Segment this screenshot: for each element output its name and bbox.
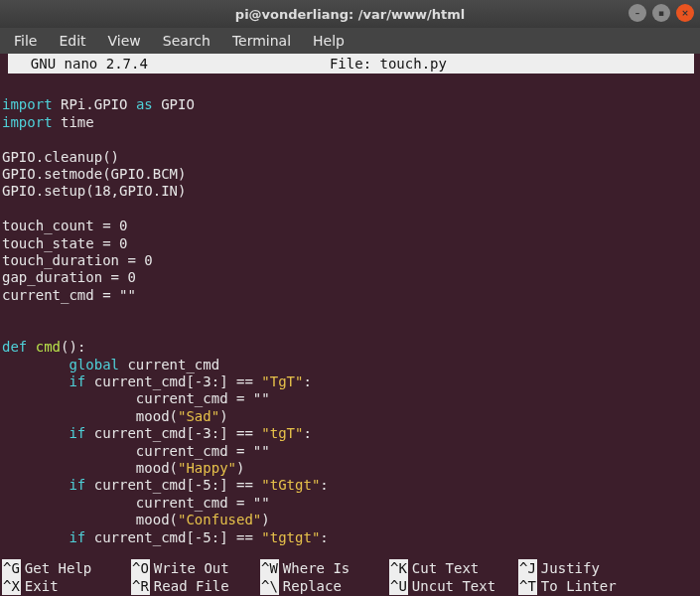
shortcut-item: ^U Uncut Text — [389, 577, 518, 595]
shortcut-item: ^T To Linter — [518, 577, 647, 595]
close-button[interactable]: × — [676, 4, 694, 22]
shortcut-item: ^O Write Out — [131, 559, 260, 577]
code-editor[interactable]: import RPi.GPIO as GPIO import time GPIO… — [0, 74, 700, 558]
menu-search[interactable]: Search — [153, 30, 220, 52]
shortcut-key: ^W — [260, 559, 279, 577]
shortcut-row-1: ^G Get Help^O Write Out^W Where Is^K Cut… — [2, 559, 698, 577]
shortcut-label: Get Help — [25, 559, 91, 577]
shortcut-label: Justify — [541, 559, 600, 577]
shortcut-label: Write Out — [154, 559, 229, 577]
nano-shortcuts: ^G Get Help^O Write Out^W Where Is^K Cut… — [0, 558, 700, 596]
shortcut-label: To Linter — [541, 577, 617, 595]
shortcut-key: ^J — [518, 559, 537, 577]
menubar: File Edit View Search Terminal Help — [0, 28, 700, 54]
shortcut-label: Read File — [154, 577, 229, 595]
window-titlebar: pi@vonderliang: /var/www/html – ▪ × — [0, 0, 700, 28]
window-controls: – ▪ × — [629, 4, 694, 22]
shortcut-item: ^J Justify — [518, 559, 647, 577]
shortcut-key: ^R — [131, 577, 150, 595]
shortcut-key: ^K — [389, 559, 408, 577]
maximize-button[interactable]: ▪ — [652, 4, 670, 22]
shortcut-item: ^G Get Help — [2, 559, 131, 577]
shortcut-label: Uncut Text — [412, 577, 495, 595]
menu-view[interactable]: View — [98, 30, 151, 52]
shortcut-key: ^O — [131, 559, 150, 577]
shortcut-item: ^R Read File — [131, 577, 260, 595]
nano-header: GNU nano 2.7.4 File: touch.py — [8, 54, 694, 74]
shortcut-row-2: ^X Exit^R Read File^\ Replace^U Uncut Te… — [2, 577, 698, 595]
shortcut-key: ^\ — [260, 577, 279, 595]
shortcut-item: ^W Where Is — [260, 559, 389, 577]
shortcut-label: Cut Text — [412, 559, 479, 577]
shortcut-key: ^U — [389, 577, 408, 595]
shortcut-item: ^K Cut Text — [389, 559, 518, 577]
shortcut-label: Exit — [25, 577, 59, 595]
nano-filename: File: touch.py — [88, 56, 688, 72]
window-title: pi@vonderliang: /var/www/html — [235, 7, 465, 22]
shortcut-label: Replace — [283, 577, 342, 595]
minimize-button[interactable]: – — [629, 4, 646, 22]
shortcut-key: ^X — [2, 577, 21, 595]
menu-help[interactable]: Help — [303, 30, 354, 52]
menu-file[interactable]: File — [4, 30, 47, 52]
menu-terminal[interactable]: Terminal — [222, 30, 301, 52]
shortcut-item: ^\ Replace — [260, 577, 389, 595]
menu-edit[interactable]: Edit — [49, 30, 95, 52]
shortcut-key: ^G — [2, 559, 21, 577]
shortcut-item: ^X Exit — [2, 577, 131, 595]
shortcut-label: Where Is — [283, 559, 350, 577]
shortcut-key: ^T — [518, 577, 537, 595]
